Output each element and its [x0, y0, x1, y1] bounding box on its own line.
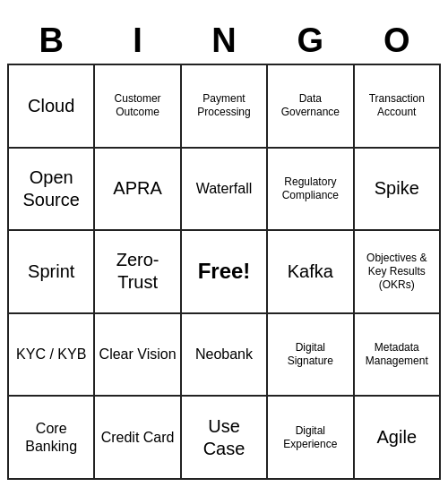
- cell-r4-c0: Core Banking: [8, 396, 94, 479]
- cell-r3-c0: KYC / KYB: [8, 313, 94, 397]
- cell-r4-c1: Credit Card: [94, 396, 180, 479]
- cell-r4-c4: Agile: [354, 396, 440, 479]
- grid-row-1: Open SourceAPRAWaterfallRegulatory Compl…: [8, 148, 440, 231]
- cell-r4-c3: Digital Experience: [267, 396, 353, 479]
- cell-r1-c2: Waterfall: [181, 148, 267, 231]
- bingo-grid: BINGO CloudCustomer OutcomePayment Proce…: [7, 18, 441, 480]
- cell-r0-c4: Transaction Account: [354, 64, 440, 148]
- bingo-letter-i: I: [94, 18, 180, 64]
- bingo-letter-n: N: [181, 18, 267, 64]
- grid-row-0: CloudCustomer OutcomePayment ProcessingD…: [8, 64, 440, 148]
- grid-row-3: KYC / KYBClear VisionNeobankDigital Sign…: [8, 313, 440, 397]
- grid-row-2: SprintZero-TrustFree!KafkaObjectives & K…: [8, 230, 440, 313]
- cell-r1-c0: Open Source: [8, 148, 94, 231]
- cell-r3-c4: Metadata Management: [354, 313, 440, 397]
- bingo-letter-o: O: [354, 18, 440, 64]
- cell-r3-c3: Digital Signature: [267, 313, 353, 397]
- cell-r1-c3: Regulatory Compliance: [267, 148, 353, 231]
- cell-r3-c2: Neobank: [181, 313, 267, 397]
- cell-r1-c4: Spike: [354, 148, 440, 231]
- cell-r1-c1: APRA: [94, 148, 180, 231]
- cell-r0-c3: Data Governance: [267, 64, 353, 148]
- bingo-title: [7, 7, 441, 18]
- cell-r0-c1: Customer Outcome: [94, 64, 180, 148]
- cell-r0-c0: Cloud: [8, 64, 94, 148]
- cell-r2-c0: Sprint: [8, 230, 94, 313]
- cell-r0-c2: Payment Processing: [181, 64, 267, 148]
- grid-row-4: Core BankingCredit CardUse CaseDigital E…: [8, 396, 440, 479]
- cell-r3-c1: Clear Vision: [94, 313, 180, 397]
- bingo-letter-b: B: [8, 18, 94, 64]
- bingo-letter-g: G: [267, 18, 353, 64]
- cell-r2-c4: Objectives & Key Results (OKRs): [354, 230, 440, 313]
- cell-r4-c2: Use Case: [181, 396, 267, 479]
- cell-r2-c2: Free!: [181, 230, 267, 313]
- cell-r2-c1: Zero-Trust: [94, 230, 180, 313]
- cell-r2-c3: Kafka: [267, 230, 353, 313]
